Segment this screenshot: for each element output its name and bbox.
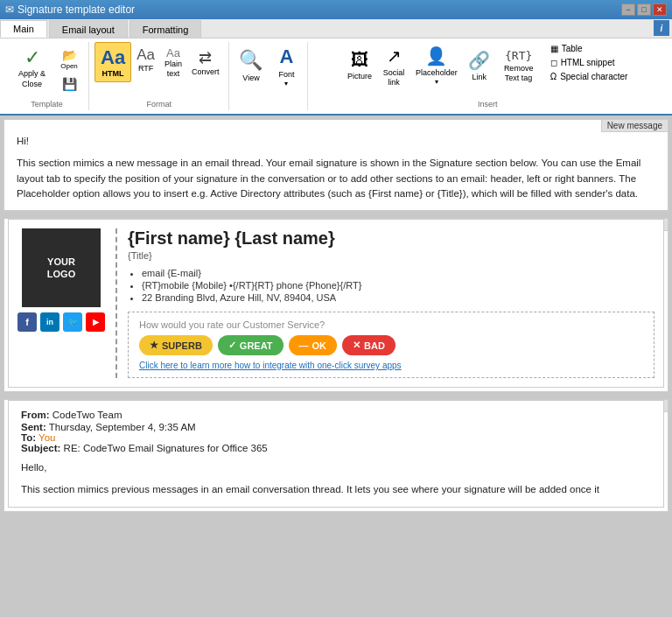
tab-email-layout[interactable]: Email layout [49,20,128,38]
bad-button[interactable]: ✕ BAD [342,335,396,355]
sig-logo: YOUR LOGO [22,228,101,307]
html-snippet-button[interactable]: ◻ HTML snippet [546,56,633,69]
view-button[interactable]: 🔍 View [234,42,267,89]
rtf-label: RTF [138,64,153,73]
open-label: Open [60,62,78,70]
tab-main[interactable]: Main [0,20,47,38]
ribbon-group-view-font: 🔍 View A Font ▾ [229,42,308,110]
plain-text-label: Plaintext [164,60,182,79]
ribbon-group-insert: 🖼 Picture ↗ Sociallink 👤 Placeholder ▾ 🔗… [308,42,667,110]
save-icon: 💾 [62,77,77,91]
html-label: HTML [102,69,124,78]
sig-details: email {E-mail} {RT}mobile {Mobile} •{/RT… [128,268,654,303]
convert-button[interactable]: ⇄ Convert [187,42,224,82]
html-snippet-icon: ◻ [550,58,557,67]
survey-question: How would you rate our Customer Service? [139,319,643,330]
info-button[interactable]: i [654,20,669,36]
link-label: Link [472,73,486,82]
font-dropdown-icon: ▾ [284,80,288,88]
apply-close-button[interactable]: ✓ Apply &Close [10,42,53,94]
font-icon: A [280,46,294,68]
close-button[interactable]: ✕ [653,4,667,16]
from-value: CodeTwo Team [52,410,122,420]
save-button[interactable]: 💾 [55,74,83,94]
rtf-icon: Aa [136,46,155,64]
facebook-icon[interactable]: f [18,312,37,332]
youtube-icon[interactable]: ▶ [86,312,105,332]
plain-text-button[interactable]: Aa Plaintext [160,42,186,83]
social-link-label: Sociallink [383,68,405,88]
convert-label: Convert [192,67,220,76]
ribbon-group-template: ✓ Apply &Close 📂 Open 💾 Template [5,42,89,110]
ok-label: OK [312,340,327,351]
rtf-button[interactable]: Aa RTF [132,42,159,77]
minimize-button[interactable]: − [621,4,635,16]
table-button[interactable]: ▦ Table [546,42,633,55]
insert-group-label: Insert [308,100,667,109]
conv-from: From: CodeTwo Team [21,410,651,420]
from-label: From: [21,410,50,420]
font-label: Font [278,70,294,80]
superb-label: SUPERB [162,340,202,351]
special-char-button[interactable]: Ω Special character [546,70,633,83]
open-button[interactable]: 📂 Open [55,46,83,73]
conv-to: To: You [21,432,651,443]
picture-icon: 🖼 [351,50,368,70]
link-icon: 🔗 [468,50,490,71]
sent-label: Sent: [21,422,46,432]
conv-subject: Subject: RE: CodeTwo Email Signatures fo… [21,443,651,453]
html-button[interactable]: Aa HTML [94,42,131,82]
sig-left: YOUR LOGO f in 🐦 ▶ [18,228,105,332]
new-message-section: New message Hi! This section mimics a ne… [4,119,668,211]
superb-button[interactable]: ★ SUPERB [139,335,213,355]
linkedin-icon[interactable]: in [40,312,60,332]
sig-container: YOUR LOGO f in 🐦 ▶ {First name} {Last na… [18,228,654,378]
title-bar-left: ✉ Signature template editor [5,4,135,16]
placeholder-button[interactable]: 👤 Placeholder ▾ [411,42,462,89]
tab-formatting[interactable]: Formatting [130,20,202,38]
ok-button[interactable]: — OK [289,335,338,355]
ribbon-group-format: Aa HTML Aa RTF Aa Plaintext ⇄ Convert Fo… [89,42,229,110]
sent-value: Thursday, September 4, 9:35 AM [49,422,196,432]
conversation-content: From: CodeTwo Team Sent: Thursday, Septe… [8,400,664,508]
remove-text-tag-label: RemoveText tag [504,64,534,83]
table-icon: ▦ [550,44,558,53]
bad-icon: ✕ [353,340,360,351]
sig-address: 22 Branding Blvd, Azure Hill, NV, 89404,… [142,292,654,303]
view-font-items: 🔍 View A Font ▾ [234,42,302,110]
format-buttons: Aa HTML Aa RTF Aa Plaintext ⇄ Convert [94,42,223,83]
special-char-label: Special character [560,72,627,81]
conversation-section: Conversation From: CodeTwo Team Sent: Th… [4,399,668,512]
font-button[interactable]: A Font ▾ [270,42,302,91]
conv-sent: Sent: Thursday, September 4, 9:35 AM [21,422,651,432]
apply-close-label: Apply &Close [18,69,46,89]
sig-email: email {E-mail} [142,268,654,278]
title-bar-title: Signature template editor [18,4,135,16]
open-icon: 📂 [62,48,77,62]
picture-button[interactable]: 🖼 Picture [343,42,376,89]
to-label: To: [21,432,36,443]
survey-buttons: ★ SUPERB ✓ GREAT — OK [139,335,643,355]
twitter-icon[interactable]: 🐦 [63,312,82,332]
title-bar-controls: − □ ✕ [621,4,667,16]
signature-section: Signature ✕ YOUR LOGO f in 🐦 [4,218,668,392]
remove-text-tag-button[interactable]: {RT} RemoveText tag [497,42,541,89]
view-label: View [242,74,259,83]
subject-value: RE: CodeTwo Email Signatures for Office … [64,443,268,453]
plain-text-icon: Aa [166,46,180,60]
sig-phone: {RT}mobile {Mobile} •{/RT}{RT} phone {Ph… [142,280,654,291]
superb-icon: ★ [150,340,158,351]
social-link-button[interactable]: ↗ Sociallink [378,42,410,91]
placeholder-icon: 👤 [425,46,447,67]
new-message-content: Hi! This section mimics a new message in… [4,120,668,210]
greeting-text: Hi! [17,134,655,149]
sig-logo-text: YOUR LOGO [47,256,75,281]
maximize-button[interactable]: □ [637,4,651,16]
new-message-label: New message [601,120,668,132]
survey-link[interactable]: Click here to learn more how to integrat… [139,361,643,370]
bad-label: BAD [364,340,385,351]
great-button[interactable]: ✓ GREAT [218,335,284,355]
picture-label: Picture [347,72,372,81]
link-button[interactable]: 🔗 Link [464,42,495,89]
sig-social-icons: f in 🐦 ▶ [18,312,105,332]
